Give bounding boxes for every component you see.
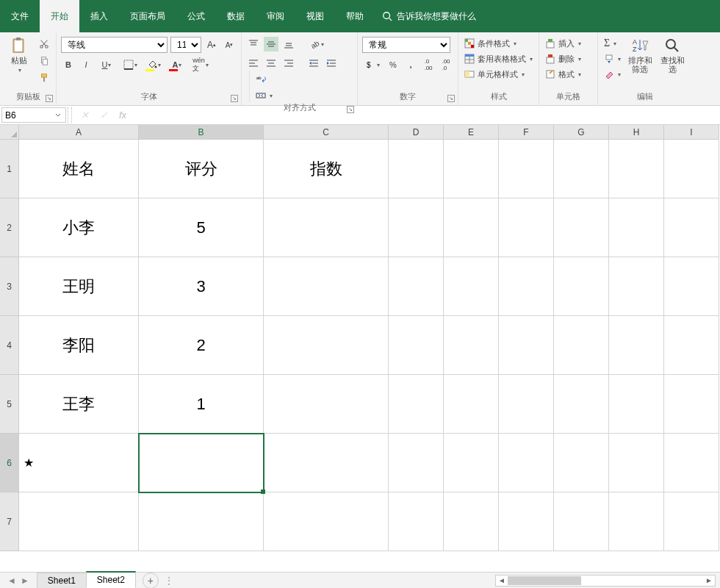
cell-D5[interactable]: [389, 375, 444, 434]
scroll-left-arrow[interactable]: ◄: [496, 576, 508, 584]
paste-button[interactable]: 粘贴 ▾: [4, 37, 34, 75]
cell-B5[interactable]: 1: [139, 375, 264, 434]
align-right-button[interactable]: [281, 56, 296, 71]
format-painter-button[interactable]: [37, 71, 51, 85]
cell-A3[interactable]: 王明: [19, 257, 139, 316]
number-dialog-launcher[interactable]: ↘: [447, 95, 455, 102]
orientation-button[interactable]: ab▾: [306, 37, 327, 51]
bold-button[interactable]: B: [61, 57, 76, 72]
autosum-button[interactable]: Σ▾: [602, 37, 622, 50]
menu-tab-审阅[interactable]: 审阅: [256, 0, 295, 32]
cell-I3[interactable]: [664, 257, 719, 316]
cell-B7[interactable]: [139, 492, 264, 551]
font-name-select[interactable]: 等线: [61, 37, 168, 53]
align-top-button[interactable]: [246, 37, 261, 51]
menu-tab-文件[interactable]: 文件: [0, 0, 40, 32]
cell-A1[interactable]: 姓名: [19, 140, 139, 198]
cell-C1[interactable]: 指数: [264, 140, 389, 198]
decrease-decimal-button[interactable]: .00.0: [439, 57, 453, 72]
tell-me-search[interactable]: 告诉我你想要做什么: [375, 10, 483, 23]
comma-button[interactable]: ,: [403, 57, 418, 72]
col-header-H[interactable]: H: [609, 125, 664, 140]
cell-G7[interactable]: [554, 492, 609, 551]
cell-G4[interactable]: [554, 316, 609, 375]
cell-H1[interactable]: [609, 140, 664, 198]
row-header-7[interactable]: 7: [0, 492, 19, 551]
cell-E4[interactable]: [444, 316, 499, 375]
cell-H6[interactable]: [609, 434, 664, 492]
fill-color-button[interactable]: ▾: [143, 57, 164, 72]
cell-B1[interactable]: 评分: [139, 140, 264, 198]
underline-button[interactable]: U▾: [96, 57, 117, 72]
cell-F4[interactable]: [499, 316, 554, 375]
cell-F6[interactable]: [499, 434, 554, 492]
cell-B4[interactable]: 2: [139, 316, 264, 375]
cell-C7[interactable]: [264, 492, 389, 551]
insert-cells-button[interactable]: 插入▾: [544, 37, 583, 50]
border-button[interactable]: ▾: [120, 57, 140, 72]
cell-H2[interactable]: [609, 198, 664, 257]
cell-E5[interactable]: [444, 375, 499, 434]
select-all-button[interactable]: [0, 125, 19, 140]
cell-I2[interactable]: [664, 198, 719, 257]
cell-H7[interactable]: [609, 492, 664, 551]
italic-button[interactable]: I: [79, 57, 93, 72]
cell-F2[interactable]: [499, 198, 554, 257]
cell-A4[interactable]: 李阳: [19, 316, 139, 375]
cell-F5[interactable]: [499, 375, 554, 434]
cell-I4[interactable]: [664, 316, 719, 375]
number-format-select[interactable]: 常规: [362, 37, 450, 53]
cell-A5[interactable]: 王李: [19, 375, 139, 434]
cut-button[interactable]: [37, 37, 51, 51]
cell-styles-button[interactable]: 单元格样式▾: [463, 68, 534, 81]
phonetic-button[interactable]: wén文▾: [190, 57, 211, 72]
scroll-thumb[interactable]: [508, 576, 581, 585]
align-bottom-button[interactable]: [281, 37, 296, 51]
cell-C2[interactable]: [264, 198, 389, 257]
cell-E2[interactable]: [444, 198, 499, 257]
row-header-6[interactable]: 6: [0, 434, 19, 492]
cell-D4[interactable]: [389, 316, 444, 375]
percent-button[interactable]: %: [386, 57, 400, 72]
row-header-4[interactable]: 4: [0, 316, 19, 375]
cell-E7[interactable]: [444, 492, 499, 551]
cell-G2[interactable]: [554, 198, 609, 257]
format-as-table-button[interactable]: 套用表格格式▾: [463, 52, 534, 65]
find-select-button[interactable]: 查找和选: [658, 37, 687, 74]
menu-tab-数据[interactable]: 数据: [216, 0, 256, 32]
copy-button[interactable]: [37, 54, 51, 68]
decrease-indent-button[interactable]: [306, 56, 321, 71]
cell-G3[interactable]: [554, 257, 609, 316]
col-header-B[interactable]: B: [139, 125, 264, 140]
cell-C3[interactable]: [264, 257, 389, 316]
name-box-dropdown[interactable]: [52, 112, 64, 118]
col-header-C[interactable]: C: [264, 125, 389, 140]
cell-H5[interactable]: [609, 375, 664, 434]
cell-D2[interactable]: [389, 198, 444, 257]
cancel-formula-button[interactable]: ✕: [75, 107, 94, 123]
scroll-right-arrow[interactable]: ►: [703, 576, 715, 584]
align-center-button[interactable]: [264, 56, 278, 71]
cell-B3[interactable]: 3: [139, 257, 264, 316]
row-header-1[interactable]: 1: [0, 140, 19, 198]
sheet-nav-prev[interactable]: ◄: [7, 576, 16, 586]
col-header-F[interactable]: F: [499, 125, 554, 140]
clipboard-dialog-launcher[interactable]: ↘: [46, 95, 53, 102]
enter-formula-button[interactable]: ✓: [94, 107, 113, 123]
cell-I1[interactable]: [664, 140, 719, 198]
horizontal-scrollbar[interactable]: ◄ ►: [495, 575, 716, 587]
cell-G5[interactable]: [554, 375, 609, 434]
align-left-button[interactable]: [246, 56, 261, 71]
fx-button[interactable]: fx: [113, 107, 132, 123]
menu-tab-页面布局[interactable]: 页面布局: [119, 0, 176, 32]
increase-decimal-button[interactable]: .0.00: [421, 57, 436, 72]
wrap-text-button[interactable]: ab: [254, 74, 353, 87]
cell-G6[interactable]: [554, 434, 609, 492]
sheet-nav-next[interactable]: ►: [21, 576, 29, 586]
row-header-2[interactable]: 2: [0, 198, 19, 257]
col-header-G[interactable]: G: [554, 125, 609, 140]
cell-C5[interactable]: [264, 375, 389, 434]
cell-E6[interactable]: [444, 434, 499, 492]
menu-tab-开始[interactable]: 开始: [40, 0, 79, 32]
cell-F1[interactable]: [499, 140, 554, 198]
